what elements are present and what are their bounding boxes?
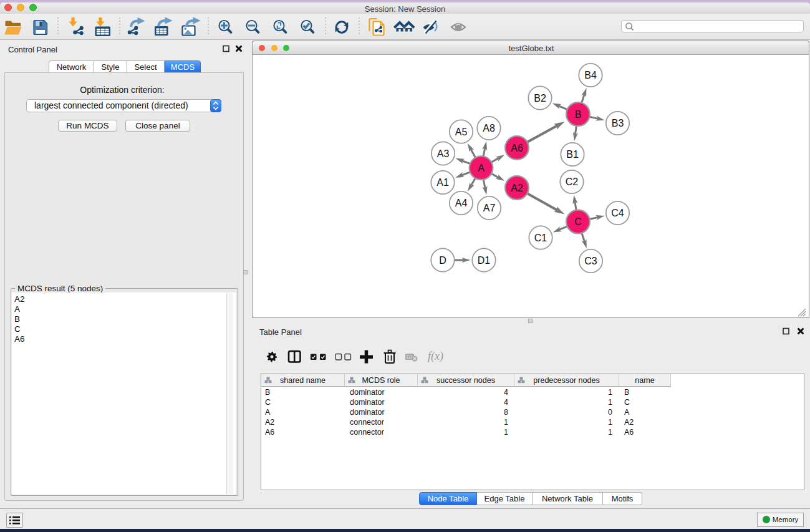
svg-text:C3: C3 <box>584 256 597 266</box>
svg-text:B3: B3 <box>612 118 624 128</box>
svg-text:A8: A8 <box>483 123 495 133</box>
svg-text:D: D <box>439 255 446 266</box>
svg-text:A: A <box>478 163 485 173</box>
svg-text:A2: A2 <box>511 183 523 193</box>
svg-text:C1: C1 <box>534 233 547 243</box>
svg-text:A1: A1 <box>436 177 449 188</box>
svg-text:C2: C2 <box>566 177 579 187</box>
svg-text:A6: A6 <box>511 143 523 153</box>
svg-text:A4: A4 <box>455 198 468 208</box>
svg-text:B2: B2 <box>534 93 546 104</box>
svg-text:A5: A5 <box>455 127 468 137</box>
svg-text:D1: D1 <box>478 255 491 266</box>
svg-text:A7: A7 <box>483 203 496 213</box>
svg-text:C: C <box>574 216 582 227</box>
svg-text:B1: B1 <box>566 149 579 160</box>
svg-text:B: B <box>575 109 582 120</box>
svg-text:B4: B4 <box>584 70 597 80</box>
svg-text:A3: A3 <box>437 148 450 159</box>
svg-text:C4: C4 <box>611 208 624 218</box>
